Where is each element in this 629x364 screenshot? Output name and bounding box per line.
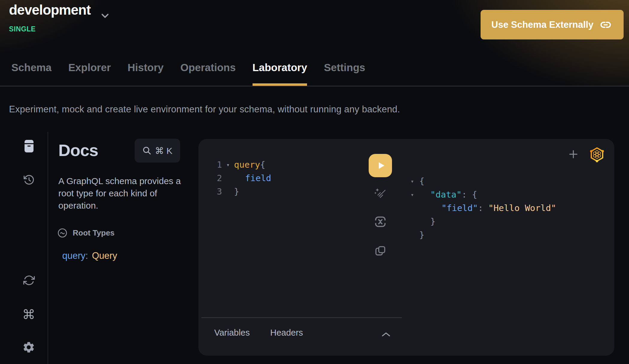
open-brace: { — [472, 189, 477, 200]
copy-query-button[interactable] — [374, 245, 386, 258]
query-keyword[interactable]: query — [234, 160, 260, 170]
line-number: 3 — [207, 186, 222, 197]
close-brace[interactable]: } — [234, 186, 239, 197]
merge-fragments-button[interactable] — [374, 215, 387, 230]
sidebar-item-history[interactable] — [23, 174, 35, 187]
laboratory-panel: 1 ▾ query { 2 field 3 } — [198, 139, 614, 356]
sidebar-item-sync-schema[interactable] — [23, 274, 35, 287]
page-title: development — [9, 2, 91, 18]
root-types-label: Root Types — [73, 228, 115, 238]
editor-line-2[interactable]: 2 field — [207, 171, 271, 185]
page-subtitle: Experiment, mock and create live environ… — [9, 104, 400, 115]
main-nav-tabs: Schema Explorer History Operations Labor… — [11, 62, 365, 86]
chevron-down-icon — [99, 10, 111, 22]
root-type-separator: : — [86, 250, 88, 261]
sidebar-divider — [48, 132, 48, 364]
chevron-up-icon — [382, 332, 391, 337]
prettify-icon — [373, 186, 388, 201]
root-type-query-link[interactable]: query : Query — [62, 250, 117, 261]
settings-gear-icon — [22, 341, 35, 354]
plus-icon — [567, 148, 579, 160]
tab-laboratory[interactable]: Laboratory — [253, 62, 307, 86]
execute-query-button[interactable] — [369, 154, 392, 177]
copy-icon — [374, 245, 386, 257]
docs-heading: Docs — [58, 140, 98, 160]
history-icon — [23, 174, 35, 186]
root-type-type[interactable]: Query — [92, 250, 117, 261]
sidebar-item-docs[interactable] — [23, 139, 35, 154]
play-icon — [374, 159, 387, 172]
close-brace: } — [419, 230, 424, 240]
status-badge: SINGLE — [9, 25, 36, 33]
json-value-hello-world: "Hello World" — [488, 203, 556, 213]
field-token[interactable]: field — [245, 173, 271, 183]
sidebar-item-shortcuts[interactable] — [23, 308, 35, 321]
json-key-data: "data" — [430, 189, 462, 200]
command-icon — [23, 308, 35, 320]
colon: : — [462, 189, 467, 200]
line-number: 1 — [207, 160, 222, 170]
tab-operations[interactable]: Operations — [180, 62, 236, 86]
open-brace[interactable]: { — [260, 160, 265, 170]
response-line-5: } — [411, 228, 424, 241]
page: { "colors": { "page_bg": "#0b0c10", "pan… — [0, 0, 629, 364]
root-type-name[interactable]: query — [62, 250, 86, 261]
fold-toggle-icon[interactable]: ▾ — [222, 161, 234, 168]
open-brace: { — [419, 176, 424, 186]
hive-logo-icon — [590, 147, 604, 162]
docs-description: A GraphQL schema provides a root type fo… — [58, 175, 194, 212]
tab-history[interactable]: History — [127, 62, 164, 86]
root-types-icon — [57, 228, 67, 238]
target-dropdown[interactable] — [99, 10, 111, 23]
header: development SINGLE Use Schema Externally… — [0, 0, 629, 86]
tab-schema[interactable]: Schema — [11, 62, 51, 86]
editor-line-3[interactable]: 3 } — [207, 185, 239, 198]
response-line-2: ▾ "data" : { — [411, 188, 477, 201]
use-schema-externally-button[interactable]: Use Schema Externally — [481, 10, 624, 39]
collapse-editor-tools-button[interactable] — [382, 332, 391, 338]
line-number: 2 — [207, 173, 222, 183]
editor-line-1[interactable]: 1 ▾ query { — [207, 158, 265, 171]
search-shortcut-label: ⌘ K — [155, 146, 172, 156]
use-schema-externally-label: Use Schema Externally — [491, 19, 593, 30]
tab-variables[interactable]: Variables — [214, 328, 250, 338]
response-line-3: "field" : "Hello World" — [411, 201, 556, 215]
root-types-section: Root Types — [57, 228, 115, 238]
tab-headers[interactable]: Headers — [270, 328, 303, 338]
colon: : — [478, 203, 483, 213]
fold-toggle-icon[interactable]: ▾ — [411, 178, 419, 184]
sync-icon — [23, 274, 35, 286]
editor-bottom-divider — [201, 317, 402, 318]
fold-toggle-icon[interactable]: ▾ — [411, 191, 419, 198]
tab-settings[interactable]: Settings — [324, 62, 365, 86]
add-tab-button[interactable] — [567, 148, 579, 161]
docs-search-button[interactable]: ⌘ K — [135, 139, 180, 163]
json-key-field: "field" — [441, 203, 478, 213]
header-divider — [0, 86, 629, 86]
search-icon — [142, 146, 151, 155]
response-line-1: ▾ { — [411, 174, 424, 188]
link-icon — [599, 18, 612, 31]
tab-explorer[interactable]: Explorer — [68, 62, 111, 86]
response-line-4: } — [411, 215, 435, 228]
docs-book-icon — [23, 139, 35, 153]
merge-fragments-icon — [374, 215, 387, 228]
prettify-button[interactable] — [373, 186, 388, 202]
sidebar-item-settings[interactable] — [22, 341, 35, 355]
hive-logo-link[interactable] — [590, 147, 604, 163]
close-brace: } — [430, 216, 435, 227]
